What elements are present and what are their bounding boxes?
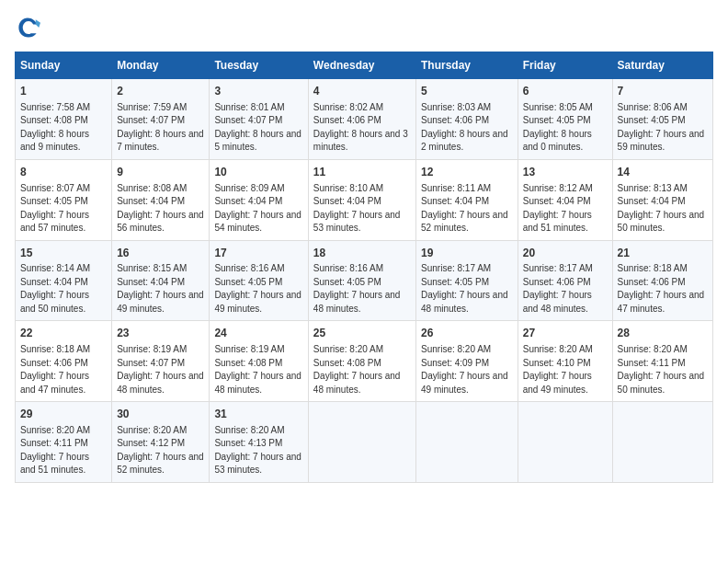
cell-content: Sunrise: 8:12 AMSunset: 4:04 PMDaylight:… [523, 182, 608, 236]
cell-content: Sunrise: 8:20 AMSunset: 4:11 PMDaylight:… [618, 343, 708, 396]
cell-content: Sunrise: 8:20 AMSunset: 4:10 PMDaylight:… [523, 343, 608, 396]
column-header-saturday: Saturday [612, 52, 712, 79]
day-number: 27 [523, 326, 608, 341]
day-number: 29 [20, 407, 107, 422]
day-number: 13 [523, 165, 608, 180]
page-header [15, 15, 713, 40]
day-number: 12 [421, 165, 513, 180]
cell-content: Sunrise: 8:09 AMSunset: 4:04 PMDaylight:… [214, 182, 302, 236]
cell-content: Sunrise: 8:14 AMSunset: 4:04 PMDaylight:… [20, 262, 107, 316]
day-number: 21 [618, 246, 708, 261]
calendar-cell: 18Sunrise: 8:16 AMSunset: 4:05 PMDayligh… [308, 240, 415, 321]
cell-content: Sunrise: 8:07 AMSunset: 4:05 PMDaylight:… [20, 182, 107, 236]
cell-content: Sunrise: 8:20 AMSunset: 4:09 PMDaylight:… [421, 343, 513, 396]
cell-content: Sunrise: 8:06 AMSunset: 4:05 PMDaylight:… [618, 101, 708, 155]
cell-content: Sunrise: 8:17 AMSunset: 4:06 PMDaylight:… [523, 262, 608, 316]
calendar-week-row: 15Sunrise: 8:14 AMSunset: 4:04 PMDayligh… [16, 240, 713, 321]
calendar-cell: 1Sunrise: 7:58 AMSunset: 4:08 PMDaylight… [16, 79, 112, 160]
calendar-cell: 3Sunrise: 8:01 AMSunset: 4:07 PMDaylight… [210, 79, 308, 160]
day-number: 25 [313, 326, 411, 341]
svg-marker-0 [36, 19, 40, 28]
cell-content: Sunrise: 8:15 AMSunset: 4:04 PMDaylight:… [117, 262, 204, 316]
day-number: 6 [523, 84, 608, 99]
day-number: 20 [523, 246, 608, 261]
calendar-cell [518, 402, 612, 483]
day-number: 16 [117, 246, 204, 261]
calendar-cell: 10Sunrise: 8:09 AMSunset: 4:04 PMDayligh… [210, 159, 308, 240]
day-number: 17 [214, 246, 302, 261]
logo-icon [15, 15, 40, 40]
calendar-cell: 20Sunrise: 8:17 AMSunset: 4:06 PMDayligh… [518, 240, 612, 321]
cell-content: Sunrise: 8:08 AMSunset: 4:04 PMDaylight:… [117, 182, 204, 236]
calendar-cell: 21Sunrise: 8:18 AMSunset: 4:06 PMDayligh… [612, 240, 712, 321]
day-number: 11 [313, 165, 411, 180]
day-number: 31 [214, 407, 302, 422]
calendar-cell: 17Sunrise: 8:16 AMSunset: 4:05 PMDayligh… [210, 240, 308, 321]
cell-content: Sunrise: 8:13 AMSunset: 4:04 PMDaylight:… [618, 182, 708, 236]
day-number: 7 [618, 84, 708, 99]
cell-content: Sunrise: 8:19 AMSunset: 4:07 PMDaylight:… [117, 343, 204, 396]
calendar-cell: 14Sunrise: 8:13 AMSunset: 4:04 PMDayligh… [612, 159, 712, 240]
calendar-cell [612, 402, 712, 483]
calendar-cell: 19Sunrise: 8:17 AMSunset: 4:05 PMDayligh… [416, 240, 518, 321]
cell-content: Sunrise: 7:58 AMSunset: 4:08 PMDaylight:… [20, 101, 107, 155]
cell-content: Sunrise: 8:01 AMSunset: 4:07 PMDaylight:… [214, 101, 302, 155]
calendar-body: 1Sunrise: 7:58 AMSunset: 4:08 PMDaylight… [16, 79, 713, 483]
day-number: 18 [313, 246, 411, 261]
calendar-cell: 27Sunrise: 8:20 AMSunset: 4:10 PMDayligh… [518, 321, 612, 402]
cell-content: Sunrise: 8:16 AMSunset: 4:05 PMDaylight:… [313, 262, 411, 316]
cell-content: Sunrise: 8:16 AMSunset: 4:05 PMDaylight:… [214, 262, 302, 316]
cell-content: Sunrise: 8:20 AMSunset: 4:11 PMDaylight:… [20, 424, 107, 477]
day-number: 4 [313, 84, 411, 99]
column-header-friday: Friday [518, 52, 612, 79]
day-number: 1 [20, 84, 107, 99]
header-row: SundayMondayTuesdayWednesdayThursdayFrid… [16, 52, 713, 79]
day-number: 26 [421, 326, 513, 341]
calendar-cell: 24Sunrise: 8:19 AMSunset: 4:08 PMDayligh… [210, 321, 308, 402]
cell-content: Sunrise: 8:17 AMSunset: 4:05 PMDaylight:… [421, 262, 513, 316]
cell-content: Sunrise: 8:20 AMSunset: 4:08 PMDaylight:… [313, 343, 411, 396]
cell-content: Sunrise: 8:19 AMSunset: 4:08 PMDaylight:… [214, 343, 302, 396]
calendar-cell: 5Sunrise: 8:03 AMSunset: 4:06 PMDaylight… [416, 79, 518, 160]
calendar-cell: 28Sunrise: 8:20 AMSunset: 4:11 PMDayligh… [612, 321, 712, 402]
column-header-thursday: Thursday [416, 52, 518, 79]
column-header-tuesday: Tuesday [210, 52, 308, 79]
day-number: 2 [117, 84, 204, 99]
day-number: 9 [117, 165, 204, 180]
cell-content: Sunrise: 8:11 AMSunset: 4:04 PMDaylight:… [421, 182, 513, 236]
calendar-cell: 12Sunrise: 8:11 AMSunset: 4:04 PMDayligh… [416, 159, 518, 240]
day-number: 5 [421, 84, 513, 99]
calendar-week-row: 29Sunrise: 8:20 AMSunset: 4:11 PMDayligh… [16, 402, 713, 483]
calendar-cell: 23Sunrise: 8:19 AMSunset: 4:07 PMDayligh… [112, 321, 210, 402]
calendar-cell: 16Sunrise: 8:15 AMSunset: 4:04 PMDayligh… [112, 240, 210, 321]
calendar-cell: 4Sunrise: 8:02 AMSunset: 4:06 PMDaylight… [308, 79, 415, 160]
day-number: 3 [214, 84, 302, 99]
calendar-cell: 15Sunrise: 8:14 AMSunset: 4:04 PMDayligh… [16, 240, 112, 321]
calendar-table: SundayMondayTuesdayWednesdayThursdayFrid… [15, 52, 713, 483]
calendar-cell: 8Sunrise: 8:07 AMSunset: 4:05 PMDaylight… [16, 159, 112, 240]
day-number: 24 [214, 326, 302, 341]
cell-content: Sunrise: 8:02 AMSunset: 4:06 PMDaylight:… [313, 101, 411, 155]
calendar-cell: 25Sunrise: 8:20 AMSunset: 4:08 PMDayligh… [308, 321, 415, 402]
column-header-monday: Monday [112, 52, 210, 79]
cell-content: Sunrise: 8:20 AMSunset: 4:13 PMDaylight:… [214, 424, 302, 477]
cell-content: Sunrise: 8:20 AMSunset: 4:12 PMDaylight:… [117, 424, 204, 477]
calendar-cell: 30Sunrise: 8:20 AMSunset: 4:12 PMDayligh… [112, 402, 210, 483]
calendar-cell: 31Sunrise: 8:20 AMSunset: 4:13 PMDayligh… [210, 402, 308, 483]
day-number: 15 [20, 246, 107, 261]
calendar-cell: 22Sunrise: 8:18 AMSunset: 4:06 PMDayligh… [16, 321, 112, 402]
calendar-cell: 6Sunrise: 8:05 AMSunset: 4:05 PMDaylight… [518, 79, 612, 160]
calendar-cell [416, 402, 518, 483]
calendar-cell: 11Sunrise: 8:10 AMSunset: 4:04 PMDayligh… [308, 159, 415, 240]
column-header-wednesday: Wednesday [308, 52, 415, 79]
calendar-week-row: 22Sunrise: 8:18 AMSunset: 4:06 PMDayligh… [16, 321, 713, 402]
calendar-cell: 7Sunrise: 8:06 AMSunset: 4:05 PMDaylight… [612, 79, 712, 160]
column-header-sunday: Sunday [16, 52, 112, 79]
calendar-week-row: 8Sunrise: 8:07 AMSunset: 4:05 PMDaylight… [16, 159, 713, 240]
calendar-week-row: 1Sunrise: 7:58 AMSunset: 4:08 PMDaylight… [16, 79, 713, 160]
calendar-cell: 26Sunrise: 8:20 AMSunset: 4:09 PMDayligh… [416, 321, 518, 402]
calendar-cell: 9Sunrise: 8:08 AMSunset: 4:04 PMDaylight… [112, 159, 210, 240]
day-number: 23 [117, 326, 204, 341]
cell-content: Sunrise: 8:03 AMSunset: 4:06 PMDaylight:… [421, 101, 513, 155]
calendar-cell: 29Sunrise: 8:20 AMSunset: 4:11 PMDayligh… [16, 402, 112, 483]
